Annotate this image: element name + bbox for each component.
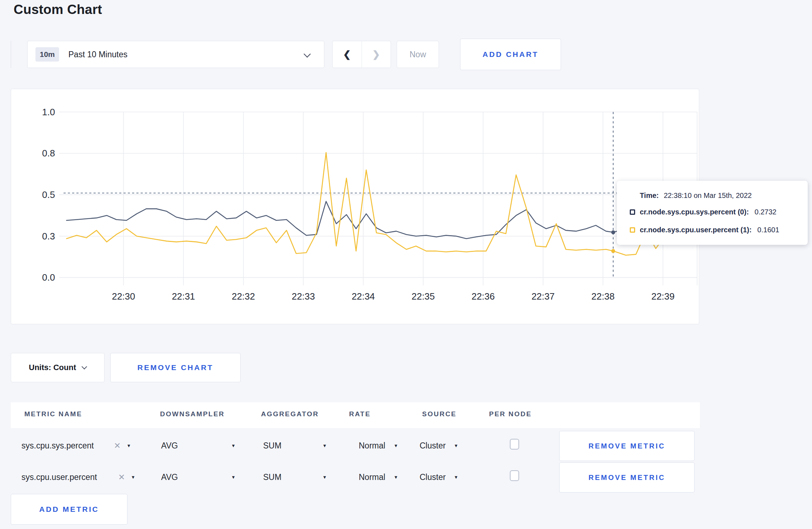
add-metric-button[interactable]: ADD METRIC [11, 494, 127, 525]
clear-metric-icon[interactable]: ✕ [114, 441, 121, 451]
now-button[interactable]: Now [397, 41, 439, 68]
tooltip-series-value: 0.1601 [757, 226, 779, 234]
chart-tooltip: Time:22:38:10 on Mar 15th, 2022 cr.node.… [617, 181, 808, 245]
per-node-checkbox[interactable] [510, 470, 519, 481]
caret-down-icon[interactable]: ▾ [395, 442, 397, 449]
chevron-down-icon [82, 364, 87, 369]
col-header-rate: RATE [349, 410, 371, 418]
tooltip-series-label: cr.node.sys.cpu.user.percent (1): [640, 226, 751, 234]
y-axis-tick-label: 0.8 [42, 148, 55, 158]
time-range-select[interactable]: 10m Past 10 Minutes [27, 41, 324, 68]
caret-down-icon[interactable]: ▾ [232, 442, 235, 449]
x-axis-tick-label: 22:38 [591, 291, 615, 301]
col-header-metric-name: METRIC NAME [24, 410, 82, 418]
add-chart-button[interactable]: ADD CHART [460, 39, 561, 70]
custom-chart-page: Custom Chart 10m Past 10 Minutes ❮ ❯ Now… [0, 0, 812, 529]
caret-down-icon[interactable]: ▾ [395, 474, 397, 480]
per-node-checkbox[interactable] [510, 439, 519, 450]
tooltip-series-value: 0.2732 [755, 208, 777, 216]
caret-down-icon[interactable]: ▾ [132, 474, 135, 480]
chart-card: 0.00.30.50.81.022:3022:3122:3222:3322:34… [11, 89, 699, 324]
x-axis-tick-label: 22:39 [651, 291, 675, 301]
y-axis-tick-label: 0.5 [42, 190, 55, 200]
y-axis-tick-label: 1.0 [42, 107, 55, 117]
x-axis-tick-label: 22:35 [412, 291, 435, 301]
caret-down-icon[interactable]: ▾ [323, 474, 326, 480]
tooltip-series-label: cr.node.sys.cpu.sys.percent (0): [640, 208, 749, 216]
x-axis-tick-label: 22:36 [472, 291, 495, 301]
source-select[interactable]: Cluster [420, 472, 446, 482]
metric-name-select[interactable]: sys.cpu.sys.percent [21, 441, 94, 451]
sys-series-legend-icon [630, 209, 635, 215]
clear-metric-icon[interactable]: ✕ [118, 472, 125, 482]
aggregator-select[interactable]: SUM [263, 472, 281, 482]
hover-point [611, 230, 615, 234]
tooltip-time-value: 22:38:10 on Mar 15th, 2022 [664, 191, 752, 199]
caret-down-icon[interactable]: ▾ [455, 442, 458, 449]
tooltip-series-row: cr.node.sys.cpu.sys.percent (0): 0.2732 [630, 208, 777, 216]
user-series-legend-icon [630, 227, 635, 233]
chevron-right-icon: ❯ [372, 49, 380, 60]
remove-metric-button[interactable]: REMOVE METRIC [559, 462, 695, 492]
y-axis-tick-label: 0.3 [42, 231, 55, 241]
x-axis-tick-label: 22:37 [531, 291, 555, 301]
cpu-usage-chart[interactable]: 0.00.30.50.81.022:3022:3122:3222:3322:34… [11, 89, 699, 324]
source-select[interactable]: Cluster [420, 441, 446, 451]
x-axis-tick-label: 22:34 [352, 291, 375, 301]
col-header-downsampler: DOWNSAMPLER [160, 410, 225, 418]
time-range-badge: 10m [35, 47, 59, 62]
tooltip-series-row: cr.node.sys.cpu.user.percent (1): 0.1601 [630, 226, 779, 234]
downsampler-select[interactable]: AVG [161, 472, 178, 482]
x-axis-tick-label: 22:33 [292, 291, 315, 301]
chevron-down-icon [304, 50, 311, 58]
x-axis-tick-label: 22:31 [172, 291, 195, 301]
time-nav-group: ❮ ❯ [332, 41, 391, 68]
remove-chart-button[interactable]: REMOVE CHART [110, 353, 241, 382]
x-axis-tick-label: 22:32 [232, 291, 255, 301]
metric-name-select[interactable]: sys.cpu.user.percent [21, 472, 97, 482]
tooltip-time: Time:22:38:10 on Mar 15th, 2022 [640, 191, 752, 200]
page-title: Custom Chart [14, 2, 102, 17]
next-range-button[interactable]: ❯ [362, 41, 391, 68]
caret-down-icon[interactable]: ▾ [323, 442, 326, 449]
downsampler-select[interactable]: AVG [161, 441, 178, 451]
chevron-left-icon: ❮ [343, 49, 351, 60]
x-axis-tick-label: 22:30 [112, 291, 135, 301]
aggregator-select[interactable]: SUM [263, 441, 281, 451]
y-axis-tick-label: 0.0 [42, 272, 55, 282]
toolbar-divider [11, 41, 11, 68]
rate-select[interactable]: Normal [359, 441, 385, 451]
col-header-source: SOURCE [422, 410, 456, 418]
metrics-table-header: METRIC NAME DOWNSAMPLER AGGREGATOR RATE … [11, 402, 700, 428]
hover-point [611, 249, 615, 253]
prev-range-button[interactable]: ❮ [333, 41, 362, 68]
series-line-0 [67, 202, 666, 239]
series-line-1 [67, 152, 666, 255]
caret-down-icon[interactable]: ▾ [455, 474, 458, 480]
rate-select[interactable]: Normal [359, 472, 385, 482]
remove-metric-button[interactable]: REMOVE METRIC [559, 431, 695, 461]
time-range-label: Past 10 Minutes [68, 50, 127, 59]
units-select[interactable]: Units: Count [11, 353, 105, 382]
col-header-aggregator: AGGREGATOR [261, 410, 319, 418]
caret-down-icon[interactable]: ▾ [127, 442, 130, 449]
col-header-per-node: PER NODE [489, 410, 532, 418]
caret-down-icon[interactable]: ▾ [232, 474, 235, 480]
units-label: Units: Count [29, 363, 76, 372]
tooltip-time-label: Time: [640, 191, 659, 199]
